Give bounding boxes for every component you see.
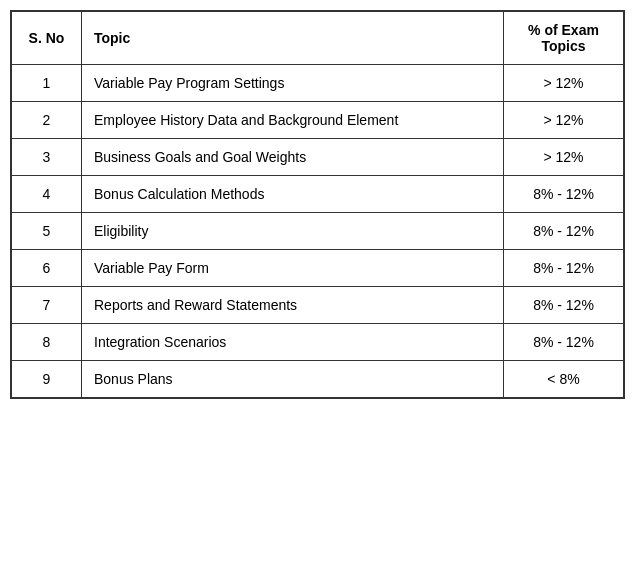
cell-percent: > 12%: [504, 65, 624, 102]
cell-sno: 6: [12, 250, 82, 287]
cell-percent: 8% - 12%: [504, 213, 624, 250]
cell-percent: 8% - 12%: [504, 250, 624, 287]
table-row: 6Variable Pay Form8% - 12%: [12, 250, 624, 287]
cell-topic: Bonus Plans: [82, 361, 504, 398]
table-header-row: S. No Topic % of Exam Topics: [12, 12, 624, 65]
table-row: 9Bonus Plans< 8%: [12, 361, 624, 398]
exam-topics-table: S. No Topic % of Exam Topics 1Variable P…: [10, 10, 625, 399]
table-row: 4Bonus Calculation Methods8% - 12%: [12, 176, 624, 213]
cell-percent: 8% - 12%: [504, 324, 624, 361]
cell-percent: > 12%: [504, 139, 624, 176]
cell-percent: > 12%: [504, 102, 624, 139]
table-row: 7Reports and Reward Statements8% - 12%: [12, 287, 624, 324]
table-row: 5Eligibility8% - 12%: [12, 213, 624, 250]
cell-topic: Integration Scenarios: [82, 324, 504, 361]
cell-sno: 3: [12, 139, 82, 176]
table-row: 1Variable Pay Program Settings> 12%: [12, 65, 624, 102]
cell-sno: 1: [12, 65, 82, 102]
table-row: 3Business Goals and Goal Weights> 12%: [12, 139, 624, 176]
cell-topic: Variable Pay Program Settings: [82, 65, 504, 102]
cell-sno: 9: [12, 361, 82, 398]
cell-sno: 2: [12, 102, 82, 139]
cell-percent: 8% - 12%: [504, 176, 624, 213]
table-row: 2Employee History Data and Background El…: [12, 102, 624, 139]
cell-sno: 7: [12, 287, 82, 324]
cell-percent: < 8%: [504, 361, 624, 398]
cell-topic: Reports and Reward Statements: [82, 287, 504, 324]
cell-topic: Employee History Data and Background Ele…: [82, 102, 504, 139]
table-row: 8Integration Scenarios8% - 12%: [12, 324, 624, 361]
header-percent: % of Exam Topics: [504, 12, 624, 65]
cell-topic: Bonus Calculation Methods: [82, 176, 504, 213]
header-sno: S. No: [12, 12, 82, 65]
cell-topic: Business Goals and Goal Weights: [82, 139, 504, 176]
cell-sno: 4: [12, 176, 82, 213]
cell-topic: Variable Pay Form: [82, 250, 504, 287]
cell-topic: Eligibility: [82, 213, 504, 250]
cell-sno: 5: [12, 213, 82, 250]
cell-percent: 8% - 12%: [504, 287, 624, 324]
header-topic: Topic: [82, 12, 504, 65]
cell-sno: 8: [12, 324, 82, 361]
